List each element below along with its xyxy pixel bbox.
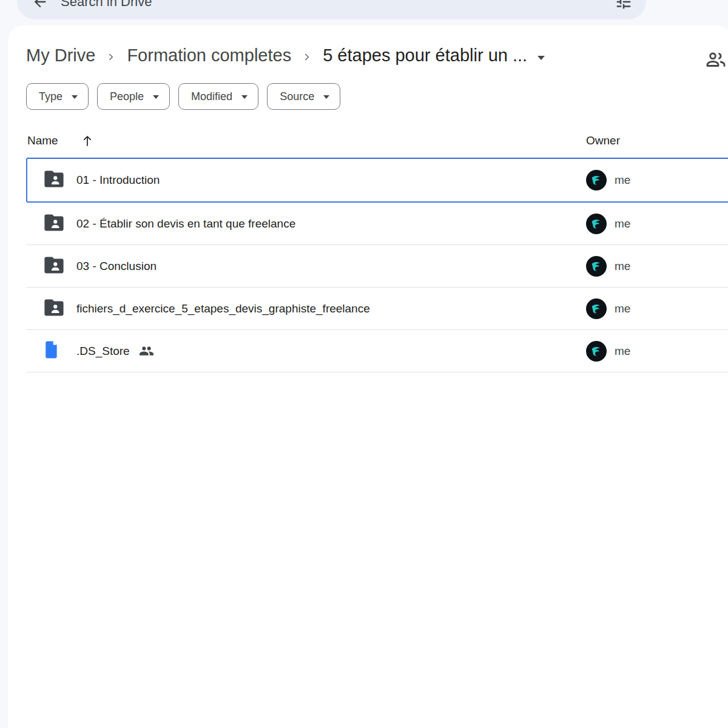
shared-folder-icon [44, 298, 64, 319]
breadcrumb-item-current-folder[interactable]: 5 étapes pour établir un ... [323, 46, 527, 66]
table-header: Name Owner [26, 124, 728, 158]
chevron-right-icon [106, 49, 116, 62]
filter-chip-modified[interactable]: Modified [178, 83, 258, 110]
file-row[interactable]: fichiers_d_exercice_5_etapes_devis_graph… [26, 288, 728, 330]
item-name: 03 - Conclusion [76, 260, 157, 273]
file-list: 01 - Introduction me [26, 158, 728, 372]
file-icon [44, 340, 59, 362]
owner-label: me [615, 217, 630, 231]
owner-avatar [586, 298, 607, 319]
owner-avatar [586, 214, 607, 234]
people-outline-icon[interactable] [704, 47, 728, 74]
owner-avatar [586, 256, 607, 277]
search-input[interactable]: Search in Drive [61, 0, 615, 10]
filter-chip-label: People [110, 90, 144, 103]
owner-label: me [615, 345, 630, 358]
content-card: My Drive Formation completes 5 étapes po… [8, 25, 728, 728]
file-row[interactable]: 01 - Introduction me [26, 158, 728, 203]
shared-folder-icon [44, 170, 64, 190]
item-name: 01 - Introduction [76, 174, 160, 187]
owner-label: me [615, 174, 630, 187]
owner-avatar [586, 170, 607, 190]
file-row[interactable]: 03 - Conclusion me [26, 245, 728, 288]
column-header-name[interactable]: Name [27, 134, 58, 147]
tune-icon[interactable] [615, 0, 633, 11]
search-bar[interactable]: Search in Drive [17, 0, 646, 19]
chevron-right-icon [302, 49, 312, 62]
chevron-down-icon [153, 95, 159, 99]
owner-label: me [615, 302, 630, 315]
shared-folder-icon [44, 214, 64, 234]
column-header-owner[interactable]: Owner [586, 134, 620, 147]
item-name: 02 - Établir son devis en tant que freel… [76, 217, 295, 231]
chevron-down-icon [241, 95, 248, 99]
breadcrumb-item-formation-completes[interactable]: Formation completes [127, 46, 291, 66]
file-row[interactable]: 02 - Établir son devis en tant que freel… [26, 203, 728, 245]
drive-mobile-screen: { "colors": { "background": "#f6f8fc", "… [0, 0, 728, 728]
item-name: fichiers_d_exercice_5_etapes_devis_graph… [76, 302, 370, 315]
sort-up-arrow-icon[interactable] [80, 133, 95, 148]
item-name: .DS_Store [76, 345, 130, 358]
filter-chip-people[interactable]: People [97, 83, 170, 110]
arrow-back-icon[interactable] [32, 0, 49, 10]
filter-chip-type[interactable]: Type [26, 83, 89, 110]
chevron-down-icon [323, 95, 329, 99]
file-row[interactable]: .DS_Store me [26, 330, 728, 372]
shared-people-icon [139, 343, 154, 359]
filter-chip-label: Modified [191, 90, 232, 103]
owner-avatar [586, 341, 607, 362]
filter-chip-row: Type People Modified Source [8, 66, 728, 110]
folder-menu-caret-icon[interactable] [538, 56, 545, 60]
filter-chip-label: Type [39, 90, 62, 103]
owner-label: me [615, 260, 630, 273]
filter-chip-label: Source [280, 90, 314, 103]
shared-folder-icon [44, 256, 64, 277]
breadcrumb-item-my-drive[interactable]: My Drive [26, 46, 95, 66]
filter-chip-source[interactable]: Source [267, 83, 340, 110]
file-table: Name Owner 01 - Introduction [26, 124, 728, 372]
chevron-down-icon [72, 95, 78, 99]
breadcrumb: My Drive Formation completes 5 étapes po… [8, 25, 728, 66]
